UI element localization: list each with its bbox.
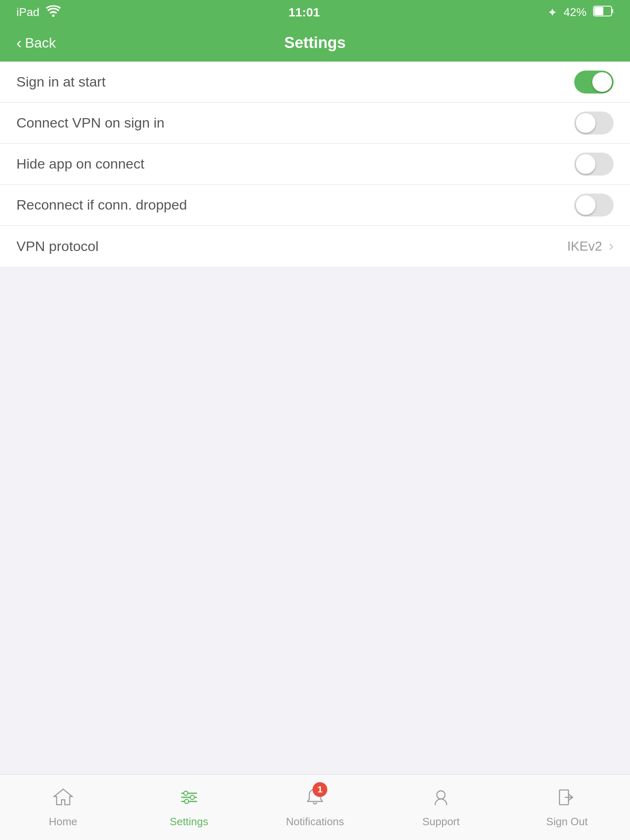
tab-sign-out-label: Sign Out [546, 815, 588, 828]
tab-settings-label: Settings [170, 815, 208, 828]
bluetooth-icon: ✦ [548, 6, 557, 19]
page-title: Settings [284, 34, 346, 52]
settings-icon [178, 787, 200, 811]
back-label: Back [25, 35, 56, 51]
tab-support[interactable]: Support [378, 775, 504, 840]
status-time: 11:01 [288, 5, 320, 19]
settings-section: Sign in at start Connect VPN on sign in … [0, 62, 630, 267]
vpn-protocol-value: IKEv2 › [567, 237, 614, 255]
wifi-icon [46, 5, 61, 20]
support-icon [430, 787, 452, 811]
chevron-right-icon: › [609, 237, 614, 255]
settings-row-vpn-protocol[interactable]: VPN protocol IKEv2 › [0, 226, 630, 267]
home-icon [52, 787, 74, 811]
status-bar-right: ✦ 42% [548, 6, 614, 19]
battery-label: 42% [564, 6, 587, 19]
battery-icon [593, 6, 614, 19]
settings-row-sign-in-at-start: Sign in at start [0, 62, 630, 103]
toggle-knob [576, 154, 596, 174]
toggle-knob [576, 113, 596, 133]
status-bar-left: iPad [16, 5, 61, 20]
svg-rect-2 [594, 7, 603, 15]
svg-point-7 [190, 795, 194, 799]
setting-label-sign-in-at-start: Sign in at start [16, 74, 105, 90]
device-label: iPad [16, 6, 39, 19]
toggle-hide-app[interactable] [574, 153, 614, 176]
settings-content: Sign in at start Connect VPN on sign in … [0, 62, 630, 774]
svg-point-6 [184, 791, 188, 795]
nav-bar: ‹ Back Settings [0, 25, 630, 62]
tab-sign-out[interactable]: Sign Out [504, 775, 630, 840]
svg-point-8 [185, 799, 189, 803]
settings-row-hide-app: Hide app on connect [0, 144, 630, 185]
tab-home-label: Home [49, 815, 77, 828]
tab-bar: Home Settings 1 Notifications [0, 774, 630, 840]
back-button[interactable]: ‹ Back [16, 35, 56, 51]
sign-out-icon [556, 787, 578, 811]
back-chevron-icon: ‹ [16, 35, 22, 51]
tab-home[interactable]: Home [0, 775, 126, 840]
tab-notifications-label: Notifications [286, 815, 344, 828]
status-bar: iPad 11:01 ✦ 42% [0, 0, 630, 25]
svg-rect-1 [612, 9, 613, 13]
setting-label-hide-app: Hide app on connect [16, 156, 144, 172]
toggle-sign-in-at-start[interactable] [574, 71, 614, 94]
notifications-badge: 1 [313, 782, 327, 797]
setting-label-reconnect: Reconnect if conn. dropped [16, 197, 187, 213]
tab-settings[interactable]: Settings [126, 775, 252, 840]
tab-support-label: Support [422, 815, 460, 828]
settings-row-reconnect: Reconnect if conn. dropped [0, 185, 630, 226]
toggle-connect-vpn[interactable] [574, 112, 614, 135]
vpn-protocol-current: IKEv2 [567, 239, 602, 254]
svg-point-9 [437, 791, 445, 799]
setting-label-vpn-protocol: VPN protocol [16, 238, 98, 254]
toggle-reconnect[interactable] [574, 194, 614, 217]
tab-notifications[interactable]: 1 Notifications [252, 775, 378, 840]
toggle-knob [576, 195, 596, 215]
settings-row-connect-vpn: Connect VPN on sign in [0, 103, 630, 144]
toggle-knob [592, 72, 612, 92]
setting-label-connect-vpn: Connect VPN on sign in [16, 115, 164, 131]
